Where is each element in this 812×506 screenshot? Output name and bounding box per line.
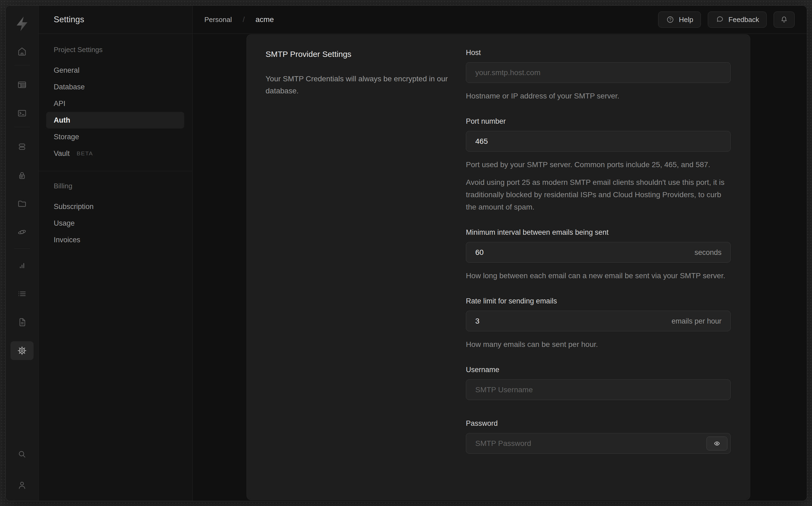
- svg-text:?: ?: [669, 17, 672, 22]
- eye-icon: [713, 439, 721, 448]
- reveal-password-button[interactable]: [707, 436, 727, 450]
- host-helper: Hostname or IP address of your SMTP serv…: [466, 90, 731, 102]
- panel-description: Your SMTP Credentials will always be enc…: [266, 73, 451, 97]
- api-docs-icon[interactable]: [12, 313, 32, 332]
- rate-limit-helper: How many emails can be sent per hour.: [466, 338, 731, 351]
- username-input[interactable]: [466, 380, 731, 400]
- form-field-rate-limit: Rate limit for sending emails emails per…: [466, 297, 731, 351]
- port-input[interactable]: [466, 131, 731, 152]
- feedback-button[interactable]: Feedback: [708, 11, 766, 28]
- help-button[interactable]: ? Help: [658, 11, 700, 28]
- header-actions: ? Help Feedback: [658, 11, 795, 28]
- password-label: Password: [466, 419, 731, 428]
- smtp-settings-panel: SMTP Provider Settings Your SMTP Credent…: [247, 34, 750, 500]
- host-label: Host: [466, 49, 731, 57]
- sidebar-header: Settings: [39, 6, 192, 34]
- section-title-project-settings: Project Settings: [39, 46, 192, 54]
- min-interval-input[interactable]: [466, 242, 731, 263]
- database-icon[interactable]: [12, 137, 32, 156]
- sidebar-item-database[interactable]: Database: [46, 79, 184, 95]
- feedback-button-label: Feedback: [729, 15, 759, 24]
- search-icon[interactable]: [12, 445, 32, 463]
- panel-title: SMTP Provider Settings: [266, 50, 451, 59]
- storage-folder-icon[interactable]: [12, 194, 32, 213]
- sidebar-item-auth[interactable]: Auth: [46, 112, 184, 129]
- user-profile-icon[interactable]: [12, 476, 32, 495]
- help-circle-icon: ?: [666, 15, 675, 24]
- sidebar-item-subscription[interactable]: Subscription: [46, 198, 184, 215]
- bell-icon: [780, 15, 789, 24]
- settings-gear-icon[interactable]: [10, 341, 33, 360]
- breadcrumb-separator: /: [243, 15, 245, 24]
- rate-limit-label: Rate limit for sending emails: [466, 297, 731, 305]
- breadcrumb-project[interactable]: acme: [255, 15, 274, 24]
- password-input[interactable]: [466, 433, 731, 454]
- rail-divider: [14, 248, 30, 249]
- port-helper-warning: Avoid using port 25 as modern SMTP email…: [466, 176, 731, 213]
- host-input[interactable]: [466, 62, 731, 83]
- min-interval-helper: How long between each email can a new em…: [466, 270, 731, 282]
- desktop-wallpaper: Settings Project Settings General Databa…: [0, 0, 812, 506]
- sidebar-item-invoices[interactable]: Invoices: [46, 232, 184, 248]
- sidebar-item-storage[interactable]: Storage: [46, 129, 184, 145]
- auth-lock-icon[interactable]: [12, 166, 32, 185]
- breadcrumb-org[interactable]: Personal: [204, 15, 232, 24]
- min-interval-label: Minimum interval between emails being se…: [466, 228, 731, 237]
- form-field-host: Host Hostname or IP address of your SMTP…: [466, 49, 731, 102]
- app-window: Settings Project Settings General Databa…: [5, 5, 807, 501]
- page-title: Settings: [54, 15, 84, 24]
- main-content: Personal / acme ? Help: [193, 6, 807, 501]
- supabase-logo-icon[interactable]: [6, 16, 39, 32]
- beta-badge: BETA: [77, 150, 93, 157]
- reports-chart-icon[interactable]: [12, 256, 32, 275]
- sidebar-item-general[interactable]: General: [46, 62, 184, 79]
- home-icon[interactable]: [12, 42, 32, 61]
- settings-nav: Project Settings General Database API Au…: [39, 34, 192, 248]
- sidebar-item-vault[interactable]: Vault BETA: [46, 145, 184, 162]
- form-field-min-interval: Minimum interval between emails being se…: [466, 228, 731, 282]
- notifications-button[interactable]: [773, 11, 795, 28]
- form-field-port: Port number Port used by your SMTP serve…: [466, 117, 731, 213]
- content-header: Personal / acme ? Help: [193, 6, 807, 34]
- icon-rail: [6, 6, 39, 501]
- content-body: SMTP Provider Settings Your SMTP Credent…: [193, 34, 807, 501]
- rail-divider: [14, 65, 30, 66]
- logs-list-icon[interactable]: [12, 284, 32, 303]
- smtp-form: Host Hostname or IP address of your SMTP…: [466, 49, 731, 473]
- table-editor-icon[interactable]: [12, 75, 32, 94]
- panel-intro: SMTP Provider Settings Your SMTP Credent…: [266, 50, 451, 97]
- form-field-username: Username: [466, 366, 731, 400]
- section-title-billing: Billing: [39, 182, 192, 190]
- breadcrumb: Personal / acme: [204, 15, 274, 24]
- sidebar-item-usage[interactable]: Usage: [46, 215, 184, 232]
- sidebar-item-api[interactable]: API: [46, 95, 184, 112]
- edge-functions-icon[interactable]: [12, 223, 32, 242]
- form-field-password: Password: [466, 419, 731, 454]
- feedback-bubble-icon: [715, 15, 725, 24]
- settings-sidebar: Settings Project Settings General Databa…: [39, 6, 193, 501]
- port-helper: Port used by your SMTP server. Common po…: [466, 159, 731, 171]
- username-label: Username: [466, 366, 731, 374]
- port-label: Port number: [466, 117, 731, 125]
- sql-editor-icon[interactable]: [12, 104, 32, 122]
- help-button-label: Help: [679, 15, 693, 24]
- rail-divider: [14, 127, 30, 127]
- rate-limit-input[interactable]: [466, 311, 731, 331]
